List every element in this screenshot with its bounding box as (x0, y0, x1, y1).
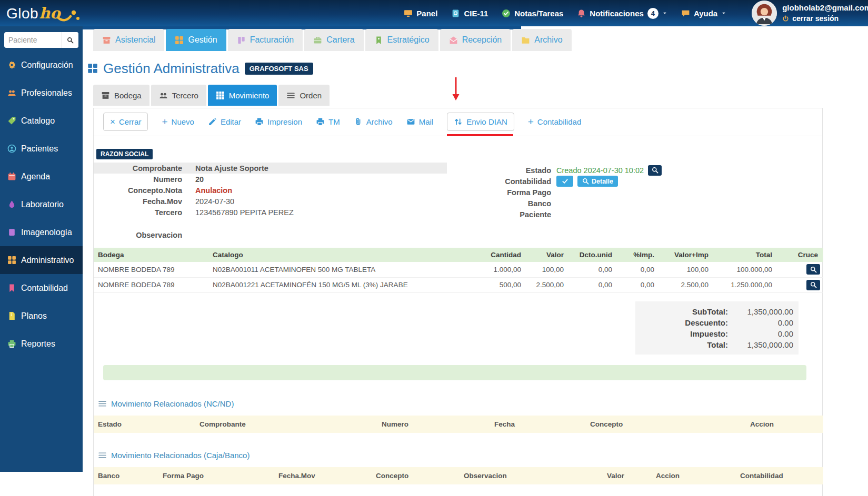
nav-panel[interactable]: Panel (404, 9, 437, 18)
cell-valor-imp: 100,00 (657, 262, 712, 277)
section-movimiento-ncnd[interactable]: Movimiento Relacionados (NC/ND) (98, 399, 822, 408)
sidebar-item-label: Laboratorio (21, 200, 64, 209)
tab-asistencial[interactable]: Asistencial (93, 29, 164, 51)
users-icon (159, 91, 168, 100)
columns-icon (237, 36, 246, 45)
sidebar-item-label: Imagenología (21, 228, 72, 237)
search-icon (652, 167, 659, 174)
archive-icon (101, 91, 110, 100)
editar-button[interactable]: Editar (208, 117, 241, 126)
tab-estrategico[interactable]: Estratégico (365, 29, 438, 51)
subtotal-value: 1,350,000.00 (735, 307, 793, 316)
hamburger-icon (98, 451, 107, 460)
gear-icon (7, 60, 16, 69)
top-navbar: Globho Panel CIE-11 Notas/Tareas Notific… (0, 0, 868, 26)
sidebar-item-contabilidad[interactable]: Contabilidad (0, 274, 83, 302)
nav-notas-tareas[interactable]: Notas/Tareas (502, 9, 563, 18)
cell-cruce (775, 277, 823, 292)
col-estado: Estado (94, 416, 195, 433)
file-icon (7, 311, 16, 320)
tab-orden[interactable]: Orden (278, 85, 330, 106)
tab-facturacion[interactable]: Facturación (228, 29, 303, 51)
detalle-button[interactable]: Detalle (577, 176, 618, 187)
impresion-button[interactable]: Impresion (255, 117, 302, 126)
nav-cie11[interactable]: CIE-11 (451, 9, 488, 18)
bell-icon (577, 9, 586, 18)
sidebar-item-pacientes[interactable]: Pacientes (0, 135, 83, 163)
cruce-search-button[interactable] (806, 264, 820, 275)
search-button[interactable] (62, 32, 78, 48)
nav-cie11-label: CIE-11 (464, 9, 488, 18)
tab-archivo[interactable]: Archivo (512, 29, 571, 51)
contabilidad-label: Contabilidad (537, 117, 581, 126)
plus-icon: + (162, 117, 167, 127)
sidebar-item-catalogo[interactable]: Catalogo (0, 107, 83, 135)
form-row-banco: Banco (456, 198, 662, 209)
envio-dian-button[interactable]: Envio DIAN (447, 113, 514, 131)
sidebar-item-profesionales[interactable]: Profesionales (0, 79, 83, 107)
contabilidad-button[interactable]: + Contabilidad (528, 117, 582, 127)
caja-table: Banco Forma Pago Fecha.Mov Concepto Obse… (94, 467, 823, 484)
nuevo-button[interactable]: + Nuevo (162, 117, 194, 127)
sidebar-item-configuracion[interactable]: Configuración (0, 51, 83, 79)
mail-label: Mail (419, 117, 434, 126)
cerrar-button[interactable]: × Cerrar (103, 113, 148, 131)
col-contabilidad: Contabilidad (711, 467, 823, 484)
cruce-search-button[interactable] (806, 280, 820, 290)
col-fecha: Fecha (475, 416, 570, 433)
page-title: Gestión Administrativa (103, 60, 240, 77)
tab-tercero[interactable]: Tercero (151, 85, 206, 106)
company-badge: GRAFOSOFT SAS (245, 63, 313, 75)
subtotal-row: SubTotal: 1,350,000.00 (641, 306, 793, 317)
mail-button[interactable]: Mail (406, 117, 434, 126)
sub-tabs-bar: Bodega Tercero Movimiento Orden (93, 85, 868, 106)
sidebar-item-administrativo[interactable]: Administrativo (0, 246, 83, 274)
col-forma-pago: Forma Pago (158, 467, 274, 484)
section-caja-title: Movimiento Relacionados (Caja/Banco) (111, 451, 250, 460)
ncnd-table: Estado Comprobante Numero Fecha Concepto… (94, 416, 823, 433)
estado-label: Estado (456, 166, 551, 175)
nav-ayuda[interactable]: Ayuda (681, 9, 726, 18)
col-numero: Numero (377, 416, 475, 433)
detalle-label: Detalle (592, 178, 613, 185)
folder-icon (521, 36, 530, 45)
archivo-button[interactable]: Archivo (354, 117, 393, 126)
sidebar-item-reportes[interactable]: Reportes (0, 330, 83, 358)
form-row-forma-pago: Forma Pago (456, 187, 662, 198)
contabilidad-check-button[interactable] (556, 176, 573, 187)
sidebar-item-imagenologia[interactable]: Imagenología (0, 218, 83, 246)
numero-value: 20 (195, 175, 204, 184)
estado-search-button[interactable] (648, 165, 662, 176)
comprobante-value: Nota Ajuste Soporte (195, 164, 268, 173)
archivo-label: Archivo (366, 117, 393, 126)
nav-notificaciones[interactable]: Notificaciones 4 (577, 8, 667, 19)
col-total: Total (712, 248, 775, 262)
observacion-label: Observacion (94, 231, 182, 239)
cell-catalogo: N02BA001011 ACETAMINOFEN 500 MG TABLETA (208, 262, 474, 277)
col-valor: Valor (532, 467, 627, 484)
sidebar-item-agenda[interactable]: Agenda (0, 163, 83, 190)
sidebar-item-planos[interactable]: Planos (0, 302, 83, 330)
bookmark-star-icon (374, 36, 383, 45)
tab-gestion[interactable]: Gestión (166, 29, 226, 51)
tab-label: Facturación (250, 35, 294, 45)
descuento-label: Descuento: (641, 318, 735, 327)
tab-bodega[interactable]: Bodega (93, 85, 149, 106)
nav-notas-label: Notas/Tareas (514, 9, 563, 18)
avatar[interactable] (752, 1, 777, 26)
globho-logo: Globho (0, 4, 92, 22)
editar-label: Editar (221, 117, 241, 126)
sidebar-item-laboratorio[interactable]: Laboratorio (0, 190, 83, 218)
logout-button[interactable]: cerrar sesión (782, 14, 868, 24)
tm-button[interactable]: TM (316, 117, 340, 126)
impuesto-row: Impuesto: 0.00 (641, 328, 793, 339)
tercero-label: Tercero (94, 208, 182, 217)
tab-recepcion[interactable]: Recepción (440, 29, 511, 51)
tab-movimiento[interactable]: Movimiento (208, 85, 277, 106)
cell-bodega: NOMBRE BODEDA 789 (94, 262, 208, 277)
search-input[interactable] (4, 36, 62, 44)
sidebar-item-label: Reportes (21, 339, 55, 349)
tab-cartera[interactable]: Cartera (304, 29, 363, 51)
col-catalogo: Catalogo (208, 248, 474, 262)
section-movimiento-caja[interactable]: Movimiento Relacionados (Caja/Banco) (98, 451, 822, 460)
